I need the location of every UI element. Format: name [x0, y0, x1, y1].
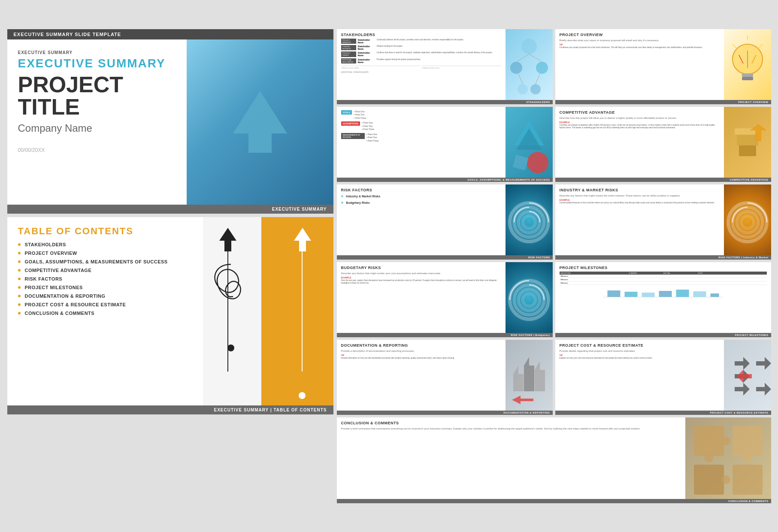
- risk-item-budgetary: + Budgetary Risks: [341, 200, 501, 205]
- title-image-section: [187, 39, 333, 205]
- risk-maze-icon: [506, 184, 553, 255]
- svg-point-66: [705, 454, 713, 462]
- conclusion-title: CONCLUSION & COMMENTS: [341, 421, 681, 425]
- goal-points-measurements: • Point One• Point Two• Point Three: [366, 133, 379, 143]
- main-grid: EXECUTIVE SUMMARY SLIDE TEMPLATE EXECUTI…: [7, 29, 771, 503]
- milestone-row2-name: Milestone: [560, 278, 629, 281]
- milestone-col-milestone: MILESTONE: [560, 272, 629, 274]
- industry-market-example-label: EXAMPLE: [560, 199, 720, 201]
- toc-black-arrow-icon: [219, 228, 236, 253]
- milestone-row-3: Milestone: [560, 281, 767, 285]
- risk-factors-slide: RISK FACTORS + Industry & Market Risks +…: [337, 184, 553, 260]
- competitive-advantage-body: Describe how this project will allow you…: [560, 116, 720, 120]
- documentation-arrows-icon: [506, 340, 553, 411]
- svg-point-67: [743, 454, 752, 462]
- goal-badge-assumptions: ASSUMPTIONS: [341, 121, 360, 126]
- conclusion-text: CONCLUSION & COMMENTS Provide a brief co…: [337, 417, 685, 499]
- svg-rect-44: [607, 290, 620, 297]
- project-overview-tip-label: TIP: [560, 43, 720, 46]
- competitive-advantage-title: COMPETITIVE ADVANTAGE: [560, 110, 720, 115]
- toc-label-competitive-advantage: COMPETITIVE ADVANTAGE: [25, 268, 92, 273]
- toc-bullet-icon: [18, 278, 21, 280]
- svg-rect-49: [693, 291, 706, 297]
- risk-label-budgetary: Budgetary Risks: [346, 201, 369, 204]
- svg-line-9: [516, 54, 529, 62]
- documentation-tip: Include information on how you will stan…: [341, 357, 501, 360]
- competitive-advantage-example-label: EXAMPLE: [560, 121, 720, 124]
- budgetary-maze-icon: [506, 262, 553, 333]
- toc-item-project-cost: PROJECT COST & RESOURCE ESTIMATE: [18, 302, 192, 307]
- goal-item-measurements: MEASUREMENTS OF SUCCESS • Point One• Poi…: [341, 133, 501, 143]
- stake-desc-fs: Obtains funding for the project.: [377, 45, 501, 47]
- competitive-advantage-text: COMPETITIVE ADVANTAGE Describe how this …: [555, 107, 724, 178]
- industry-market-content: INDUSTRY & MARKET RISKS Describe any fac…: [555, 184, 771, 255]
- industry-market-text: INDUSTRY & MARKET RISKS Describe any fac…: [555, 184, 724, 255]
- stake-label-po: PROJECT OWNER: [341, 51, 356, 57]
- title-arrow-icon: [221, 83, 299, 160]
- stake-desc-po: Confirms that there is need for the proj…: [377, 51, 501, 54]
- right-column: STAKEHOLDERS PROJECT MANAGER Stakeholder…: [337, 29, 771, 503]
- svg-point-6: [536, 62, 548, 74]
- documentation-title: DOCUMENTATION & REPORTING: [341, 343, 501, 348]
- svg-point-25: [527, 152, 548, 173]
- stake-row-pm: PROJECT MANAGER Stakeholder Name Continu…: [341, 39, 501, 44]
- exec-title: EXECUTIVE SUMMARY: [18, 57, 176, 70]
- toc-bottom-label: EXECUTIVE SUMMARY | TABLE OF CONTENTS: [7, 405, 333, 414]
- svg-marker-0: [233, 91, 287, 153]
- toc-label-conclusion: CONCLUSION & COMMENTS: [25, 311, 95, 316]
- budgetary-risks-text: BUDGETARY RISKS Describe any factors tha…: [337, 262, 506, 333]
- market-maze-icon: [724, 184, 771, 255]
- svg-marker-60: [756, 383, 771, 396]
- stakeholder-footer-role: STAKEHOLDER ROLE: [422, 66, 501, 69]
- milestone-row2-note: [698, 278, 766, 281]
- project-cost-content: PROJECT COST & RESOURCE ESTIMATE Provide…: [555, 340, 771, 411]
- project-milestones-bottom-label: PROJECT MILESTONES: [555, 333, 771, 337]
- project-overview-bottom-label: PROJECT OVERVIEW: [555, 100, 771, 104]
- budgetary-risks-title: BUDGETARY RISKS: [341, 266, 501, 270]
- toc-label-risk-factors: RISK FACTORS: [25, 276, 63, 281]
- risk-label-industry: Industry & Market Risks: [346, 195, 380, 198]
- svg-marker-1: [219, 228, 236, 251]
- toc-bullet-icon: [18, 260, 21, 263]
- documentation-slide: DOCUMENTATION & REPORTING Provide a desc…: [337, 340, 553, 415]
- industry-market-image: [724, 184, 771, 255]
- risk-plus-budgetary-icon: +: [341, 200, 344, 205]
- svg-rect-29: [739, 145, 756, 156]
- svg-rect-26: [512, 154, 528, 170]
- stake-desc-pf: Provides support during the project prop…: [377, 58, 501, 60]
- toc-slide: TABLE OF CONTENTS STAKEHOLDERS PROJECT O…: [7, 217, 333, 414]
- project-cost-text: PROJECT COST & RESOURCE ESTIMATE Provide…: [555, 340, 724, 411]
- milestone-row-2: Milestone: [560, 278, 767, 281]
- documentation-body: Provide a description of documentation a…: [341, 349, 501, 353]
- svg-marker-57: [735, 383, 750, 396]
- project-overview-title: PROJECT OVERVIEW: [560, 33, 720, 37]
- project-cost-body: Provide details regarding total project …: [560, 349, 720, 353]
- toc-white-line: [302, 251, 303, 372]
- milestone-row3-actual: [663, 282, 698, 284]
- svg-rect-61: [694, 426, 724, 456]
- stake-desc-pm: Continually delivers all the project, pr…: [377, 39, 501, 41]
- project-cost-tip: Explain not only your cost and resource …: [560, 357, 720, 360]
- title-text-section: EXECUTIVE SUMMARY EXECUTIVE SUMMARY PROJ…: [7, 39, 187, 205]
- toc-item-competitive-advantage: COMPETITIVE ADVANTAGE: [18, 268, 192, 273]
- toc-label-documentation: DOCUMENTATION & REPORTING: [25, 293, 106, 299]
- conclusion-puzzle-icon: [685, 417, 771, 499]
- svg-rect-46: [642, 293, 654, 297]
- conclusion-body: Provide a brief conclusion that summaris…: [341, 427, 681, 430]
- conclusion-bottom-label: CONCLUSION & COMMENTS: [337, 499, 771, 503]
- industry-market-example: Current political tensions in the countr…: [560, 202, 720, 204]
- milestone-row2-planned: [629, 278, 663, 281]
- svg-point-42: [523, 293, 536, 306]
- project-title: PROJECT TITLE: [18, 73, 176, 118]
- industry-market-title: INDUSTRY & MARKET RISKS: [560, 188, 720, 192]
- milestones-table-area: MILESTONE PLANNED ACTUAL NOTE Milestone: [560, 272, 767, 285]
- project-overview-tip: Condense your project proposal into a fe…: [560, 46, 720, 49]
- svg-rect-64: [733, 465, 763, 495]
- budgetary-risks-content: BUDGETARY RISKS Describe any factors tha…: [337, 262, 553, 333]
- stake-label-fs: FUNDING SPONSOR: [341, 45, 356, 50]
- svg-point-65: [722, 437, 730, 445]
- documentation-text: DOCUMENTATION & REPORTING Provide a desc…: [337, 340, 506, 411]
- toc-label-project-overview: PROJECT OVERVIEW: [25, 251, 77, 256]
- toc-item-project-milestones: PROJECT MILESTONES: [18, 285, 192, 290]
- svg-point-38: [741, 216, 754, 229]
